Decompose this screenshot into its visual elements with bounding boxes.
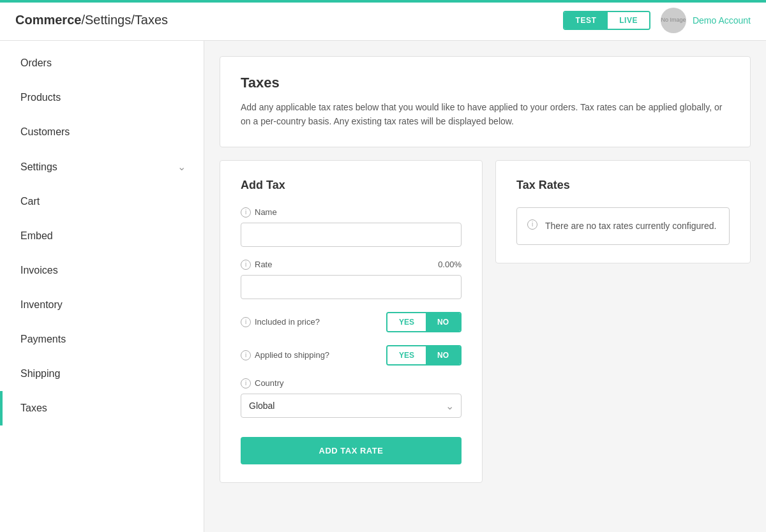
add-tax-title: Add Tax (241, 179, 462, 192)
sidebar: Orders Products Customers Settings ⌄ Car… (0, 41, 204, 532)
included-in-price-row: i Included in price? YES NO (241, 312, 462, 332)
top-bar-right: TEST LIVE No Image Demo Account (563, 8, 751, 33)
sidebar-item-shipping[interactable]: Shipping (0, 357, 204, 391)
user-section: No Image Demo Account (661, 8, 751, 33)
layout: Orders Products Customers Settings ⌄ Car… (0, 41, 766, 532)
tax-rates-title: Tax Rates (516, 179, 730, 192)
avatar: No Image (661, 8, 686, 33)
top-bar: Commerce/Settings/Taxes TEST LIVE No Ima… (0, 0, 766, 41)
shipping-row: i Applied to shipping? YES NO (241, 345, 462, 366)
name-input[interactable] (241, 223, 462, 247)
sidebar-item-orders[interactable]: Orders (0, 46, 204, 80)
name-info-icon: i (241, 207, 251, 218)
included-toggle[interactable]: YES NO (386, 312, 462, 332)
name-field-group: i Name (241, 207, 462, 247)
user-name[interactable]: Demo Account (693, 15, 751, 26)
taxes-intro-card: Taxes Add any applicable tax rates below… (220, 56, 751, 147)
shipping-no-btn[interactable]: NO (426, 346, 460, 364)
shipping-toggle[interactable]: YES NO (386, 345, 462, 366)
rate-header: i Rate 0.00% (241, 260, 462, 270)
country-info-icon: i (241, 378, 251, 388)
tax-rates-card: Tax Rates i There are no tax rates curre… (495, 160, 751, 263)
shipping-yes-btn[interactable]: YES (387, 346, 426, 364)
country-select[interactable]: Global United States United Kingdom Cana… (241, 394, 462, 418)
rate-percentage: 0.00% (438, 260, 462, 269)
country-field-group: i Country Global United States United Ki… (241, 378, 462, 418)
name-label: i Name (241, 207, 462, 218)
add-tax-card: Add Tax i Name i Rate (220, 160, 483, 483)
breadcrumb: Commerce/Settings/Taxes (15, 13, 168, 27)
breadcrumb-bold: Commerce (15, 13, 81, 27)
sidebar-item-customers[interactable]: Customers (0, 115, 204, 149)
sidebar-item-taxes[interactable]: Taxes (0, 391, 204, 425)
sidebar-item-payments[interactable]: Payments (0, 322, 204, 357)
taxes-description: Add any applicable tax rates below that … (241, 100, 730, 129)
included-label: i Included in price? (241, 317, 320, 327)
rate-input[interactable]: 0 (241, 275, 462, 299)
live-toggle-btn[interactable]: LIVE (608, 12, 649, 29)
sidebar-item-settings[interactable]: Settings ⌄ (0, 149, 204, 184)
sidebar-item-embed[interactable]: Embed (0, 219, 204, 253)
main-content: Taxes Add any applicable tax rates below… (204, 41, 766, 532)
test-live-toggle[interactable]: TEST LIVE (563, 11, 650, 30)
sidebar-item-inventory[interactable]: Inventory (0, 288, 204, 322)
page-title: Taxes (241, 75, 730, 91)
shipping-info-icon: i (241, 350, 251, 360)
shipping-label: i Applied to shipping? (241, 350, 329, 360)
add-tax-rate-button[interactable]: ADD TAX RATE (241, 437, 462, 464)
included-info-icon: i (241, 317, 251, 327)
two-col-section: Add Tax i Name i Rate (220, 160, 751, 496)
rate-label: i Rate (241, 260, 272, 270)
sidebar-item-invoices[interactable]: Invoices (0, 253, 204, 288)
no-rates-message: There are no tax rates currently configu… (545, 219, 716, 233)
no-rates-box: i There are no tax rates currently confi… (516, 207, 730, 245)
top-green-bar (0, 0, 766, 3)
included-no-btn[interactable]: NO (426, 313, 460, 331)
sidebar-item-cart[interactable]: Cart (0, 184, 204, 219)
country-label: i Country (241, 378, 462, 388)
included-yes-btn[interactable]: YES (387, 313, 426, 331)
breadcrumb-rest: /Settings/Taxes (81, 13, 168, 27)
rate-info-icon: i (241, 260, 251, 270)
country-select-wrapper: Global United States United Kingdom Cana… (241, 394, 462, 418)
sidebar-item-products[interactable]: Products (0, 80, 204, 115)
chevron-up-icon: ⌄ (177, 161, 186, 173)
test-toggle-btn[interactable]: TEST (564, 12, 608, 29)
rate-field-group: i Rate 0.00% 0 (241, 260, 462, 299)
no-rates-info-icon: i (527, 219, 537, 230)
